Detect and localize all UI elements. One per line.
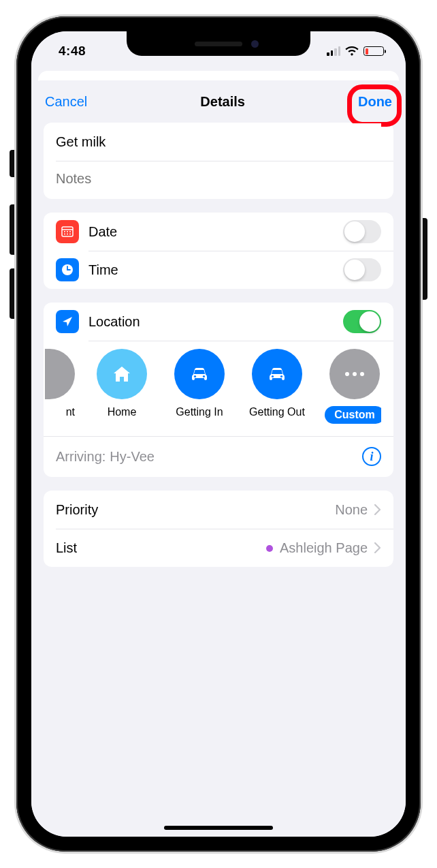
list-row[interactable]: List Ashleigh Page	[44, 529, 393, 567]
ellipsis-icon	[329, 349, 380, 399]
svg-point-5	[64, 234, 65, 235]
mute-switch	[10, 150, 16, 177]
svg-point-11	[194, 375, 196, 377]
svg-point-2	[64, 231, 65, 232]
title-notes-group	[44, 123, 393, 199]
content-scroll[interactable]: Date Time	[31, 123, 406, 837]
priority-label: Priority	[56, 502, 335, 518]
list-value: Ashleigh Page	[266, 540, 368, 556]
svg-point-7	[69, 234, 71, 235]
bezel: 4:48 Cancel Details Done	[16, 16, 421, 852]
location-options-row: nt Home	[44, 341, 393, 436]
arriving-label: Arriving:	[56, 449, 106, 465]
location-option-getting-out[interactable]: Getting Out	[246, 349, 308, 424]
location-label: Location	[88, 314, 343, 330]
clock-icon	[56, 258, 79, 281]
date-label: Date	[88, 224, 343, 240]
home-indicator[interactable]	[164, 826, 273, 830]
volume-up-button	[10, 204, 16, 255]
location-arrow-icon	[56, 310, 79, 333]
battery-icon	[363, 46, 384, 56]
details-sheet: Cancel Details Done	[31, 80, 406, 837]
status-icons	[327, 46, 384, 56]
device-frame: 4:48 Cancel Details Done	[0, 0, 437, 868]
notch	[127, 31, 310, 56]
wifi-icon	[345, 46, 359, 56]
info-icon[interactable]: i	[362, 447, 381, 466]
priority-row[interactable]: Priority None	[44, 491, 393, 529]
reminder-notes-input[interactable]	[56, 161, 381, 199]
location-option-label: Getting Out	[249, 406, 305, 418]
date-row[interactable]: Date	[44, 213, 393, 251]
location-option-home[interactable]: Home	[91, 349, 152, 424]
home-icon	[97, 349, 147, 399]
svg-point-12	[203, 375, 205, 377]
notes-row	[44, 161, 393, 199]
date-time-group: Date Time	[44, 213, 393, 289]
arriving-value: Hy-Vee	[110, 449, 362, 465]
power-button	[421, 218, 427, 300]
time-toggle[interactable]	[343, 258, 381, 281]
priority-list-group: Priority None List Ashleigh Page	[44, 491, 393, 567]
time-row[interactable]: Time	[44, 251, 393, 289]
location-option-label: Home	[108, 406, 137, 418]
calendar-icon	[56, 220, 79, 243]
location-toggle[interactable]	[343, 310, 381, 333]
cellular-icon	[327, 46, 340, 56]
location-option-getting-in[interactable]: Getting In	[169, 349, 230, 424]
chevron-right-icon	[374, 504, 381, 515]
status-time: 4:48	[59, 44, 86, 59]
svg-point-13	[272, 375, 274, 377]
svg-point-4	[69, 231, 71, 232]
cancel-button[interactable]: Cancel	[45, 94, 87, 110]
speaker-grille	[195, 42, 242, 46]
location-row[interactable]: Location	[44, 303, 393, 341]
list-label: List	[56, 540, 266, 556]
chevron-right-icon	[374, 542, 381, 553]
arriving-row[interactable]: Arriving: Hy-Vee i	[44, 436, 393, 477]
reminder-title-input[interactable]	[56, 123, 381, 161]
nav-bar: Cancel Details Done	[31, 80, 406, 123]
priority-value: None	[335, 502, 368, 518]
svg-point-3	[67, 231, 68, 232]
location-option-current[interactable]: nt	[45, 349, 75, 424]
car-icon	[252, 349, 302, 399]
location-option-custom[interactable]: Custom	[324, 349, 381, 424]
svg-point-14	[280, 375, 282, 377]
location-option-label: Custom	[325, 406, 381, 424]
location-option-label: Getting In	[176, 406, 223, 418]
done-button[interactable]: Done	[358, 94, 392, 110]
front-camera	[251, 40, 259, 48]
location-group: Location nt	[44, 303, 393, 477]
location-options-scroller[interactable]: nt Home	[44, 341, 381, 436]
page-title: Details	[200, 94, 245, 110]
date-toggle[interactable]	[343, 220, 381, 243]
car-icon	[174, 349, 225, 399]
time-label: Time	[88, 262, 343, 278]
current-location-icon	[45, 349, 75, 399]
screen: 4:48 Cancel Details Done	[31, 31, 406, 837]
list-color-dot	[266, 545, 273, 552]
svg-point-6	[67, 234, 68, 235]
title-row	[44, 123, 393, 161]
location-option-label: nt	[66, 406, 75, 418]
volume-down-button	[10, 268, 16, 319]
